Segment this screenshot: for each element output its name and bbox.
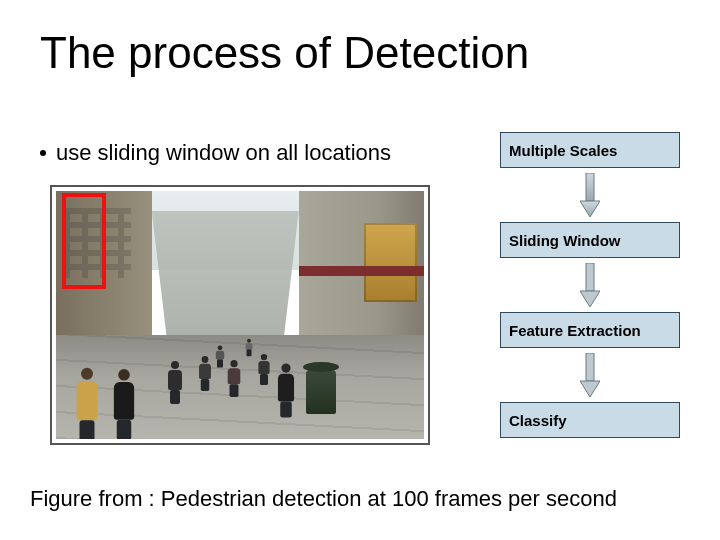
street-scene: [56, 191, 424, 439]
pedestrian: [197, 356, 212, 391]
figure-caption: Figure from : Pedestrian detection at 10…: [30, 486, 617, 512]
pedestrian: [74, 368, 101, 439]
pedestrian: [166, 361, 184, 404]
slide: The process of Detection use sliding win…: [0, 0, 720, 540]
pedestrian: [226, 360, 242, 397]
pedestrian: [111, 369, 137, 439]
pedestrian: [257, 354, 271, 385]
bullet-icon: [40, 150, 46, 156]
flow-step-feature-extraction: Feature Extraction: [500, 312, 680, 348]
trash-bin: [306, 370, 336, 414]
street-figure: [50, 185, 430, 445]
svg-rect-4: [586, 353, 594, 381]
svg-rect-0: [586, 173, 594, 201]
flow-step-multiple-scales: Multiple Scales: [500, 132, 680, 168]
down-arrow-icon: [500, 258, 680, 312]
pedestrian: [245, 338, 254, 356]
flow-step-sliding-window: Sliding Window: [500, 222, 680, 258]
svg-marker-5: [580, 381, 600, 397]
svg-rect-2: [586, 263, 594, 291]
flow-step-classify: Classify: [500, 402, 680, 438]
flow-diagram: Multiple Scales Sliding Window Feature E…: [500, 132, 680, 438]
detection-box: [62, 193, 106, 289]
slide-title: The process of Detection: [40, 28, 529, 78]
pedestrian: [214, 345, 225, 367]
down-arrow-icon: [500, 168, 680, 222]
svg-marker-1: [580, 201, 600, 217]
pedestrian: [275, 364, 296, 418]
bullet-line: use sliding window on all locations: [40, 140, 391, 166]
down-arrow-icon: [500, 348, 680, 402]
svg-marker-3: [580, 291, 600, 307]
bullet-text: use sliding window on all locations: [56, 140, 391, 166]
